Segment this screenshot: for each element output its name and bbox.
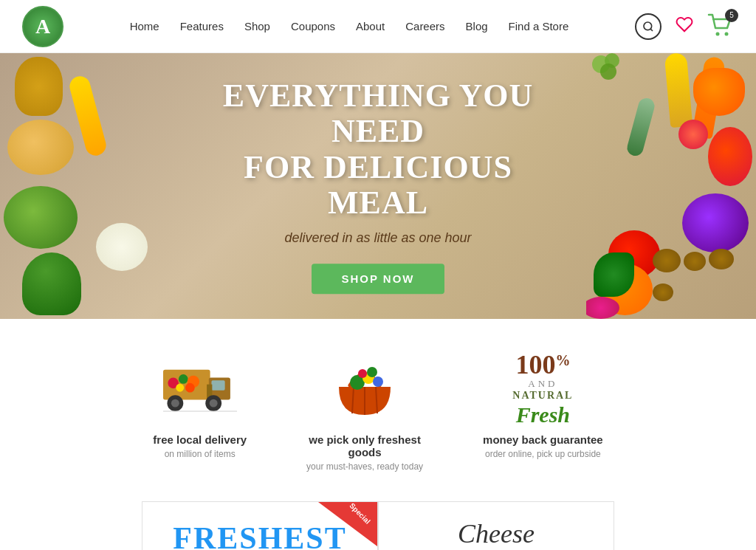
potatoes-shape — [653, 249, 741, 308]
cheese-card[interactable]: Cheese best in town — [378, 501, 614, 550]
zucchini-shape — [625, 97, 656, 158]
logo[interactable]: A — [22, 6, 63, 47]
natural-percent: % — [555, 353, 570, 368]
pineapple-shape — [15, 57, 63, 116]
search-icon — [642, 21, 654, 32]
cheese-card-content: Cheese best in town — [458, 518, 535, 550]
hero-content: EVERYTHING YOU NEED FOR DELICIOUS MEAL d… — [193, 78, 563, 294]
svg-point-12 — [185, 382, 195, 392]
nav-find-store[interactable]: Find a Store — [509, 20, 569, 32]
hero-section: EVERYTHING YOU NEED FOR DELICIOUS MEAL d… — [0, 53, 756, 319]
melon-shape — [7, 120, 74, 175]
basket-icon-area — [328, 356, 402, 422]
svg-point-17 — [171, 399, 179, 407]
nav-home[interactable]: Home — [130, 20, 159, 32]
feature-freshest-title: we pick only freshest goods — [291, 433, 439, 458]
heart-icon — [675, 16, 694, 33]
broccoli-shape — [22, 252, 81, 315]
corn-shape — [664, 53, 693, 128]
truck-icon — [163, 362, 237, 417]
natural-label: natural — [512, 390, 573, 402]
svg-point-27 — [358, 369, 367, 378]
grapes-shape — [586, 53, 630, 93]
nav-coupons[interactable]: Coupons — [291, 20, 335, 32]
nav-shop[interactable]: Shop — [244, 20, 270, 32]
nav-about[interactable]: About — [356, 20, 385, 32]
svg-point-2 — [716, 32, 720, 35]
bottom-cards: FRESHEST Special Cheese best in town — [0, 501, 756, 550]
fresh-label: Fresh — [516, 402, 570, 427]
svg-point-26 — [373, 377, 383, 387]
feature-freshest: we pick only freshest goods your must-ha… — [291, 356, 439, 472]
feature-guarantee-title: money back guarantee — [483, 433, 603, 446]
purple-cabbage-shape — [682, 193, 749, 252]
feature-delivery: free local delivery on million of items — [153, 356, 247, 472]
hero-title: EVERYTHING YOU NEED FOR DELICIOUS MEAL — [193, 78, 563, 221]
freshest-card[interactable]: FRESHEST Special — [142, 501, 378, 550]
svg-point-0 — [644, 22, 652, 30]
feature-guarantee-desc: order online, pick up curbside — [485, 449, 601, 459]
features-section: free local delivery on million of items — [0, 319, 756, 501]
nav-careers[interactable]: Careers — [405, 20, 444, 32]
basket-icon — [331, 356, 398, 422]
hero-veg-left — [0, 53, 170, 319]
freshest-text: FRESHEST — [173, 520, 346, 550]
natural-icon-area: 100 % and natural Fresh — [506, 356, 580, 422]
raspberry-shape — [586, 297, 619, 319]
svg-point-6 — [600, 63, 616, 80]
header: A Home Features Shop Coupons About Caree… — [0, 0, 756, 53]
orange-pepper-shape — [693, 68, 745, 116]
header-icons: 5 — [635, 13, 734, 40]
svg-point-11 — [176, 383, 184, 391]
shop-now-button[interactable]: SHOP NOW — [312, 264, 444, 294]
hero-veg-right — [586, 53, 756, 319]
search-button[interactable] — [635, 13, 662, 40]
feature-guarantee: 100 % and natural Fresh money back guara… — [483, 356, 603, 472]
nav-features[interactable]: Features — [180, 20, 224, 32]
cheese-text: Cheese — [458, 518, 535, 549]
natural-100: 100 — [515, 351, 555, 378]
svg-point-28 — [367, 367, 377, 377]
main-nav: Home Features Shop Coupons About Careers… — [130, 20, 569, 32]
feature-freshest-desc: your must-haves, ready today — [306, 461, 423, 472]
svg-rect-14 — [211, 380, 224, 391]
hero-subtitle: delivered in as little as one hour — [193, 230, 563, 246]
feature-delivery-desc: on million of items — [165, 449, 236, 459]
greenleaf-shape — [594, 252, 634, 297]
svg-point-9 — [179, 374, 188, 384]
tomatoes2-shape — [678, 120, 708, 149]
natural-and-label: and — [528, 378, 557, 390]
delivery-icon-area — [163, 356, 237, 422]
wishlist-button[interactable] — [675, 16, 694, 38]
cabbage-shape — [4, 186, 78, 249]
cauliflower-shape — [96, 223, 148, 271]
svg-line-1 — [650, 29, 653, 31]
nav-blog[interactable]: Blog — [466, 20, 488, 32]
svg-point-19 — [209, 399, 217, 407]
cart-button[interactable]: 5 — [707, 13, 734, 40]
natural-badge: 100 % and natural Fresh — [506, 356, 580, 422]
svg-point-3 — [725, 32, 729, 35]
tomatoes-shape — [708, 127, 752, 186]
feature-delivery-title: free local delivery — [153, 433, 247, 446]
cart-count: 5 — [725, 9, 738, 22]
logo-circle: A — [22, 6, 63, 47]
logo-letter: A — [35, 15, 50, 38]
